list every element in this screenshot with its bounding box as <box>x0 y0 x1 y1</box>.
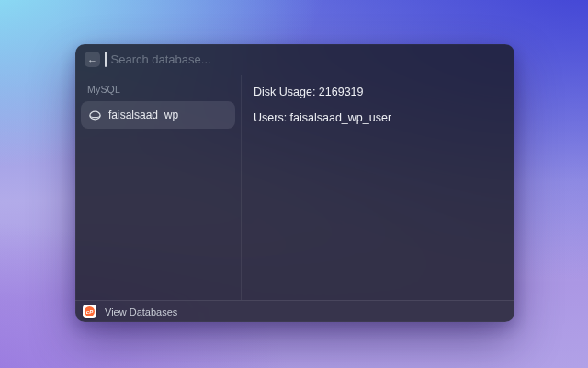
list-item-database[interactable]: faisalsaad_wp <box>81 101 235 129</box>
users-text: Users: faisalsaad_wp_user <box>254 111 503 125</box>
search-bar: ← <box>75 44 514 75</box>
cpanel-logo-text: cP <box>85 306 95 316</box>
footer-bar[interactable]: cP View Databases <box>75 300 514 322</box>
results-panel: MySQL faisalsaad_wp <box>75 75 242 300</box>
disk-usage-text: Disk Usage: 2169319 <box>254 86 503 99</box>
arrow-left-icon: ← <box>87 54 97 64</box>
database-icon <box>89 110 101 121</box>
launcher-window: ← MySQL faisalsaad_wp Disk Usage: 216931… <box>75 44 514 322</box>
content-area: MySQL faisalsaad_wp Disk Usage: 2169319 … <box>75 75 514 300</box>
text-cursor <box>105 52 107 67</box>
view-databases-action[interactable]: View Databases <box>105 306 177 317</box>
detail-panel: Disk Usage: 2169319 Users: faisalsaad_wp… <box>242 75 514 300</box>
search-input[interactable] <box>111 52 506 66</box>
back-button[interactable]: ← <box>85 52 100 67</box>
cpanel-icon: cP <box>83 305 96 318</box>
database-name: faisalsaad_wp <box>108 109 178 121</box>
section-header-mysql: MySQL <box>81 84 235 101</box>
